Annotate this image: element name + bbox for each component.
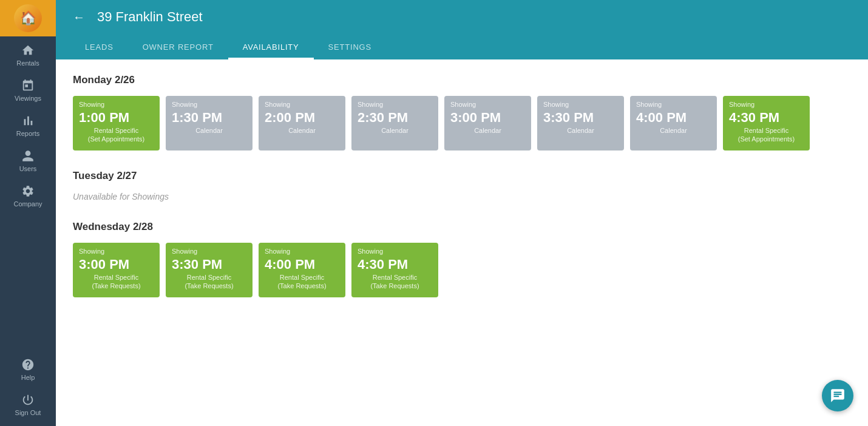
slot-time: 4:00 PM xyxy=(636,110,711,125)
unavailable-text: Unavailable for Showings xyxy=(73,192,851,201)
slot-sub: Calendar xyxy=(636,126,711,135)
sidebar-item-help[interactable]: Help xyxy=(0,351,56,386)
slot-time: 3:30 PM xyxy=(172,257,246,272)
sidebar-label-rentals: Rentals xyxy=(16,59,39,67)
slot-card[interactable]: Showing 1:00 PM Rental Specific(Set Appo… xyxy=(73,96,160,150)
slot-card[interactable]: Showing 4:00 PM Rental Specific(Take Req… xyxy=(259,243,345,297)
slot-label: Showing xyxy=(265,101,339,108)
sidebar-label-viewings: Viewings xyxy=(15,95,41,102)
slot-sub: Calendar xyxy=(543,126,618,135)
sidebar-label-users: Users xyxy=(19,165,37,172)
slot-card[interactable]: Showing 1:30 PM Calendar xyxy=(166,96,253,150)
tab-bar: LEADS OWNER REPORT AVAILABILITY SETTINGS xyxy=(70,36,853,59)
slot-card[interactable]: Showing 3:00 PM Calendar xyxy=(444,96,531,150)
slot-sub: Rental Specific(Set Appointments) xyxy=(729,126,804,144)
header-top: ← 39 Franklin Street xyxy=(70,0,853,34)
sidebar-label-help: Help xyxy=(21,374,35,381)
header: ← 39 Franklin Street LEADS OWNER REPORT … xyxy=(56,0,868,59)
slot-sub: Rental Specific(Take Requests) xyxy=(358,273,432,291)
tab-availability[interactable]: AVAILABILITY xyxy=(228,36,314,59)
sidebar-logo: 🏠 xyxy=(0,0,56,36)
slot-sub: Calendar xyxy=(172,126,246,135)
person-icon xyxy=(21,149,35,163)
sidebar-label-reports: Reports xyxy=(16,130,40,137)
slot-time: 4:30 PM xyxy=(358,257,432,272)
slot-label: Showing xyxy=(358,101,432,108)
slot-time: 2:00 PM xyxy=(265,110,339,125)
back-button[interactable]: ← xyxy=(70,8,87,27)
content-area: Monday 2/26 Showing 1:00 PM Rental Speci… xyxy=(56,59,868,426)
slot-card[interactable]: Showing 2:30 PM Calendar xyxy=(351,96,438,150)
question-icon xyxy=(21,358,35,371)
bar-chart-icon xyxy=(21,114,35,127)
slot-label: Showing xyxy=(172,101,246,108)
slot-label: Showing xyxy=(450,101,525,108)
slot-sub: Calendar xyxy=(358,126,432,135)
chat-icon xyxy=(830,388,846,404)
slot-sub: Rental Specific(Take Requests) xyxy=(265,273,339,291)
home-icon xyxy=(21,44,35,57)
sidebar-item-users[interactable]: Users xyxy=(0,142,56,177)
slot-label: Showing xyxy=(79,101,154,108)
power-icon xyxy=(21,393,35,407)
main-area: ← 39 Franklin Street LEADS OWNER REPORT … xyxy=(56,0,868,426)
slot-time: 4:30 PM xyxy=(729,110,804,125)
slot-label: Showing xyxy=(265,248,339,255)
sidebar: 🏠 Rentals Viewings Reports Users Company… xyxy=(0,0,56,426)
day-heading-wednesday: Wednesday 2/28 xyxy=(73,221,851,233)
slot-time: 4:00 PM xyxy=(265,257,339,272)
day-section-tuesday: Tuesday 2/27 Unavailable for Showings xyxy=(73,170,851,201)
sidebar-item-reports[interactable]: Reports xyxy=(0,107,56,142)
slot-label: Showing xyxy=(636,101,711,108)
tab-settings[interactable]: SETTINGS xyxy=(314,36,386,59)
slot-sub: Rental Specific(Set Appointments) xyxy=(79,126,154,144)
slot-sub: Rental Specific(Take Requests) xyxy=(172,273,246,291)
slot-time: 3:30 PM xyxy=(543,110,618,125)
sidebar-item-signout[interactable]: Sign Out xyxy=(0,386,56,421)
slot-card[interactable]: Showing 3:30 PM Calendar xyxy=(537,96,624,150)
slot-time: 1:00 PM xyxy=(79,110,154,125)
slot-card[interactable]: Showing 3:00 PM Rental Specific(Take Req… xyxy=(73,243,160,297)
slot-time: 1:30 PM xyxy=(172,110,246,125)
slot-label: Showing xyxy=(79,248,154,255)
sidebar-label-signout: Sign Out xyxy=(15,409,41,416)
slot-time: 3:00 PM xyxy=(79,257,154,272)
slot-sub: Rental Specific(Take Requests) xyxy=(79,273,154,291)
tab-owner-report[interactable]: OWNER REPORT xyxy=(128,36,228,59)
sidebar-item-viewings[interactable]: Viewings xyxy=(0,72,56,107)
day-section-monday: Monday 2/26 Showing 1:00 PM Rental Speci… xyxy=(73,74,851,150)
sidebar-item-rentals[interactable]: Rentals xyxy=(0,36,56,72)
slot-card[interactable]: Showing 4:30 PM Rental Specific(Take Req… xyxy=(351,243,438,297)
slot-sub: Calendar xyxy=(265,126,339,135)
day-section-wednesday: Wednesday 2/28 Showing 3:00 PM Rental Sp… xyxy=(73,221,851,297)
slots-grid-wednesday: Showing 3:00 PM Rental Specific(Take Req… xyxy=(73,243,851,297)
sidebar-label-company: Company xyxy=(13,200,42,208)
slot-card[interactable]: Showing 4:30 PM Rental Specific(Set Appo… xyxy=(723,96,810,150)
slot-card[interactable]: Showing 2:00 PM Calendar xyxy=(259,96,345,150)
gear-icon xyxy=(21,184,35,198)
tab-leads[interactable]: LEADS xyxy=(70,36,128,59)
day-heading-monday: Monday 2/26 xyxy=(73,74,851,86)
slot-time: 2:30 PM xyxy=(358,110,432,125)
slot-card[interactable]: Showing 4:00 PM Calendar xyxy=(630,96,717,150)
slot-time: 3:00 PM xyxy=(450,110,525,125)
logo-icon: 🏠 xyxy=(14,4,42,32)
slot-label: Showing xyxy=(172,248,246,255)
slot-sub: Calendar xyxy=(450,126,525,135)
day-heading-tuesday: Tuesday 2/27 xyxy=(73,170,851,182)
slots-grid-monday: Showing 1:00 PM Rental Specific(Set Appo… xyxy=(73,96,851,150)
slot-label: Showing xyxy=(543,101,618,108)
page-title: 39 Franklin Street xyxy=(97,9,203,25)
slot-label: Showing xyxy=(729,101,804,108)
slot-card[interactable]: Showing 3:30 PM Rental Specific(Take Req… xyxy=(166,243,253,297)
sidebar-item-company[interactable]: Company xyxy=(0,177,56,212)
chat-button[interactable] xyxy=(822,380,853,411)
slot-label: Showing xyxy=(358,248,432,255)
calendar-icon xyxy=(21,79,35,92)
